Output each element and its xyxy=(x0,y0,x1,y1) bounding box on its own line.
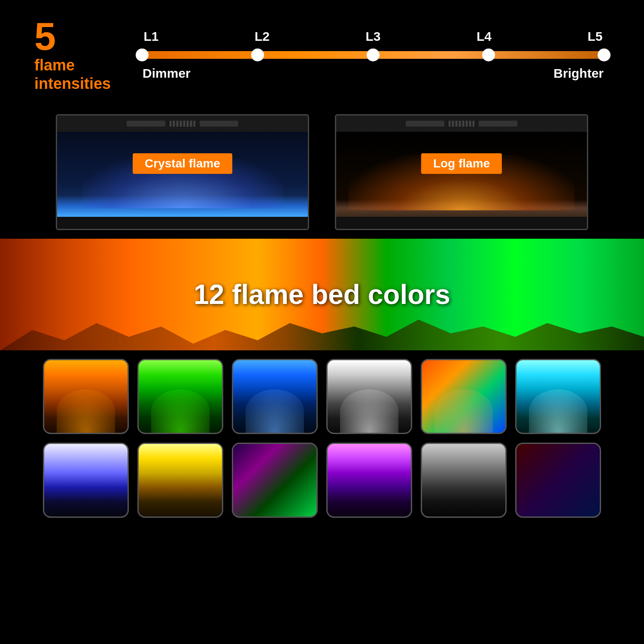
level-l2: L2 xyxy=(254,29,271,44)
swatch-green xyxy=(137,359,223,434)
level-l1: L1 xyxy=(143,29,160,44)
swatch-white xyxy=(326,359,412,434)
slider-dot-4[interactable] xyxy=(482,49,495,61)
slider-track xyxy=(137,51,610,59)
swatches-section xyxy=(0,350,644,531)
intensity-label: 5 flame intensities xyxy=(34,17,111,93)
fp-vent-log xyxy=(406,121,444,127)
slider-dots xyxy=(137,51,610,59)
slider-track-container[interactable] xyxy=(137,47,610,63)
dimmer-label: Dimmer xyxy=(143,66,191,81)
intensity-section: 5 flame intensities L1 L2 L3 L4 L5 Di xyxy=(0,0,644,106)
fp-top-bar-crystal xyxy=(57,115,308,132)
fp-mesh-crystal xyxy=(170,121,195,127)
crystal-flame-label: Crystal flame xyxy=(133,153,232,174)
fp-flame-crystal: Crystal flame xyxy=(57,132,308,217)
level-l4: L4 xyxy=(476,29,493,44)
fp-vent-crystal xyxy=(127,121,165,127)
slider-dot-3[interactable] xyxy=(367,49,380,61)
swatch-cyan xyxy=(515,359,601,434)
fp-top-bar-log xyxy=(336,115,587,132)
fp-mesh-log xyxy=(449,121,474,127)
intensity-text-line1: flame xyxy=(34,56,111,74)
level-l5: L5 xyxy=(586,29,604,44)
swatch-white-blue xyxy=(43,443,129,518)
slider-dot-5[interactable] xyxy=(598,49,611,61)
slider-dot-1[interactable] xyxy=(136,49,149,61)
intensity-number: 5 xyxy=(34,17,111,56)
fireplace-crystal: Crystal flame xyxy=(56,114,309,230)
dim-brighter-labels: Dimmer Brighter xyxy=(137,63,610,81)
slider-area: L1 L2 L3 L4 L5 Dimmer Brighter xyxy=(137,29,610,81)
swatch-gray xyxy=(421,443,507,518)
swatch-row-1 xyxy=(21,359,623,434)
fp-vent2-crystal xyxy=(200,121,238,127)
swatch-blue xyxy=(232,359,318,434)
swatch-mixed xyxy=(515,443,601,518)
fp-vent2-log xyxy=(479,121,517,127)
slider-dot-2[interactable] xyxy=(251,49,264,61)
fireplace-section: Crystal flame Log flame xyxy=(0,106,644,234)
fireplace-log: Log flame xyxy=(335,114,588,230)
level-l3: L3 xyxy=(365,29,382,44)
flame-bed-section: 12 flame bed colors xyxy=(0,239,644,350)
brighter-label: Brighter xyxy=(553,66,604,81)
swatch-orange xyxy=(43,359,129,434)
swatch-yellow xyxy=(137,443,223,518)
intensity-text-line2: intensities xyxy=(34,74,111,93)
swatch-multi1 xyxy=(421,359,507,434)
swatch-row-2 xyxy=(21,443,623,518)
flame-bed-title: 12 flame bed colors xyxy=(194,279,450,310)
log-flame-label: Log flame xyxy=(421,153,502,174)
swatch-purple xyxy=(326,443,412,518)
swatch-purple-green xyxy=(232,443,318,518)
level-labels: L1 L2 L3 L4 L5 xyxy=(137,29,610,44)
fp-flame-log: Log flame xyxy=(336,132,587,217)
